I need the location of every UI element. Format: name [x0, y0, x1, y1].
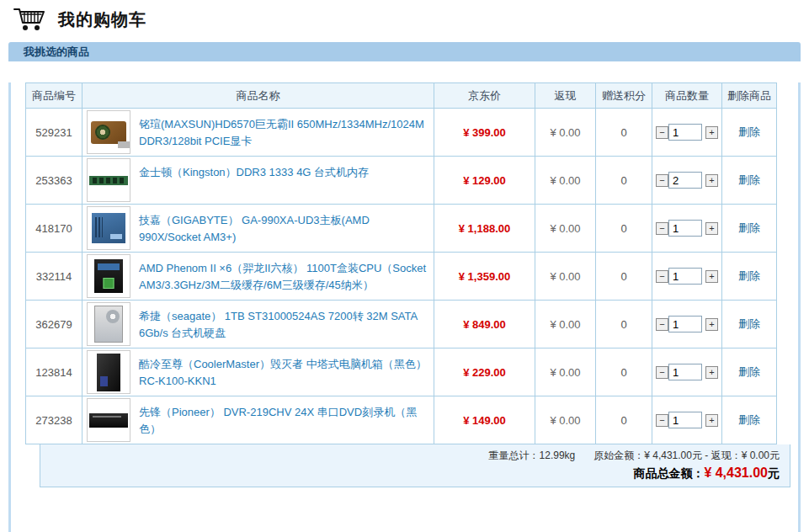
- decrease-quantity-button[interactable]: −: [656, 174, 668, 187]
- product-image: [97, 354, 120, 391]
- table-row: 362679 希捷（seagate） 1TB ST31000524AS 7200…: [26, 301, 777, 348]
- weight-total-label: 重量总计：: [489, 450, 540, 461]
- header-product-name: 商品名称: [82, 83, 434, 109]
- product-id-cell: 253363: [26, 157, 82, 205]
- gift-points-cell: 0: [596, 205, 652, 253]
- product-name-link[interactable]: 技嘉（GIGABYTE） GA-990XA-UD3主板(AMD 990X/Soc…: [139, 206, 430, 246]
- table-row: 529231 铭瑄(MAXSUN)HD6570巨无霸II 650MHz/1334…: [26, 109, 777, 157]
- increase-quantity-button[interactable]: +: [705, 414, 718, 427]
- product-thumbnail[interactable]: [87, 110, 130, 154]
- product-image: [89, 413, 128, 428]
- page-header: 我的购物车: [0, 0, 809, 39]
- quantity-input[interactable]: [668, 268, 702, 285]
- quantity-cell: −+: [652, 396, 722, 444]
- quantity-cell: −+: [652, 253, 722, 301]
- delete-link[interactable]: 删除: [738, 413, 760, 426]
- product-thumbnail[interactable]: [87, 206, 130, 250]
- cashback-cell: ¥ 0.00: [535, 348, 596, 396]
- product-thumbnail[interactable]: [87, 158, 130, 202]
- jd-price-cell: ¥ 229.00: [434, 348, 535, 396]
- delete-link[interactable]: 删除: [738, 317, 760, 330]
- delete-cell: 删除: [722, 301, 777, 348]
- quantity-input[interactable]: [668, 316, 702, 332]
- product-thumbnail[interactable]: [87, 350, 130, 394]
- delete-link[interactable]: 删除: [738, 125, 760, 138]
- gift-points-cell: 0: [596, 396, 652, 444]
- product-image: [92, 213, 125, 243]
- product-name-cell: 希捷（seagate） 1TB ST31000524AS 7200转 32M S…: [82, 301, 434, 348]
- delete-cell: 删除: [722, 205, 777, 253]
- header-gift-points: 赠送积分: [596, 83, 652, 109]
- increase-quantity-button[interactable]: +: [705, 270, 718, 283]
- quantity-input[interactable]: [668, 172, 702, 189]
- product-name-cell: 技嘉（GIGABYTE） GA-990XA-UD3主板(AMD 990X/Soc…: [82, 205, 434, 253]
- jd-price-cell: ¥ 1,188.00: [434, 205, 535, 253]
- product-name-link[interactable]: 金士顿（Kingston）DDR3 1333 4G 台式机内存: [139, 158, 369, 181]
- grand-total-label: 商品总金额：: [633, 466, 704, 480]
- jd-price-cell: ¥ 399.00: [434, 109, 535, 157]
- product-name-link[interactable]: 铭瑄(MAXSUN)HD6570巨无霸II 650MHz/1334MHz/102…: [139, 110, 430, 150]
- product-name-cell: 先锋（Pioneer） DVR-219CHV 24X 串口DVD刻录机（黑色）: [82, 396, 434, 444]
- quantity-cell: −+: [652, 157, 722, 205]
- quantity-input[interactable]: [668, 412, 702, 428]
- cashback-cell: ¥ 0.00: [535, 396, 596, 444]
- product-name-link[interactable]: 先锋（Pioneer） DVR-219CHV 24X 串口DVD刻录机（黑色）: [139, 398, 430, 438]
- grand-total-value: ¥ 4,431.00: [704, 466, 768, 480]
- increase-quantity-button[interactable]: +: [705, 366, 718, 379]
- product-name-cell: 酷冷至尊（CoolerMaster）毁灭者 中塔式电脑机箱（黑色）RC-K100…: [82, 348, 434, 396]
- separator: -: [702, 450, 711, 461]
- original-amount-label: 原始金额：: [593, 450, 644, 461]
- decrease-quantity-button[interactable]: −: [656, 222, 668, 235]
- increase-quantity-button[interactable]: +: [705, 222, 718, 235]
- header-quantity: 商品数量: [652, 83, 722, 109]
- product-image: [94, 259, 123, 293]
- cart-table: 商品编号 商品名称 京东价 返现 赠送积分 商品数量 删除商品 529231 铭…: [25, 82, 777, 444]
- product-thumbnail[interactable]: [87, 398, 130, 442]
- quantity-input[interactable]: [668, 124, 702, 141]
- increase-quantity-button[interactable]: +: [705, 318, 718, 331]
- header-delete: 删除商品: [722, 83, 777, 109]
- product-name-link[interactable]: 希捷（seagate） 1TB ST31000524AS 7200转 32M S…: [139, 302, 430, 342]
- decrease-quantity-button[interactable]: −: [656, 318, 668, 331]
- product-image: [89, 176, 128, 185]
- table-header-row: 商品编号 商品名称 京东价 返现 赠送积分 商品数量 删除商品: [26, 83, 777, 109]
- summary-line-1: 重量总计：12.99kg原始金额：¥ 4,431.00元 - 返现：¥ 0.00…: [40, 449, 780, 463]
- delete-link[interactable]: 删除: [738, 365, 760, 378]
- product-thumbnail[interactable]: [87, 302, 130, 346]
- jd-price-cell: ¥ 1,359.00: [434, 253, 535, 301]
- decrease-quantity-button[interactable]: −: [656, 270, 668, 283]
- summary-line-2: 商品总金额：¥ 4,431.00元: [40, 466, 780, 481]
- decrease-quantity-button[interactable]: −: [656, 366, 668, 379]
- decrease-quantity-button[interactable]: −: [656, 414, 668, 427]
- page-title: 我的购物车: [58, 8, 146, 31]
- delete-link[interactable]: 删除: [738, 221, 760, 234]
- jd-price-cell: ¥ 129.00: [434, 157, 535, 205]
- product-name-link[interactable]: AMD Phenom II ×6（羿龙II六核） 1100T盒装CPU（Sock…: [139, 254, 430, 294]
- product-thumbnail[interactable]: [87, 254, 130, 298]
- gift-points-cell: 0: [596, 348, 652, 396]
- header-cashback: 返现: [535, 83, 596, 109]
- jd-price-cell: ¥ 149.00: [434, 396, 535, 444]
- cart-panel: 商品编号 商品名称 京东价 返现 赠送积分 商品数量 删除商品 529231 铭…: [8, 82, 801, 532]
- delete-link[interactable]: 删除: [738, 269, 760, 282]
- product-image: [91, 121, 126, 144]
- quantity-input[interactable]: [668, 364, 702, 380]
- table-row: 123814 酷冷至尊（CoolerMaster）毁灭者 中塔式电脑机箱（黑色）…: [26, 348, 777, 396]
- decrease-quantity-button[interactable]: −: [656, 126, 668, 139]
- quantity-cell: −+: [652, 109, 722, 157]
- weight-total-value: 12.99kg: [540, 450, 576, 461]
- increase-quantity-button[interactable]: +: [705, 126, 718, 139]
- product-id-cell: 273238: [26, 396, 82, 444]
- product-id-cell: 529231: [26, 109, 82, 157]
- delete-cell: 删除: [722, 253, 777, 301]
- product-name-link[interactable]: 酷冷至尊（CoolerMaster）毁灭者 中塔式电脑机箱（黑色）RC-K100…: [139, 350, 430, 390]
- product-id-cell: 418170: [26, 205, 82, 253]
- cashback-total-label: 返现：: [711, 450, 742, 461]
- table-row: 418170 技嘉（GIGABYTE） GA-990XA-UD3主板(AMD 9…: [26, 205, 777, 253]
- quantity-input[interactable]: [668, 220, 702, 237]
- table-row: 332114 AMD Phenom II ×6（羿龙II六核） 1100T盒装C…: [26, 253, 777, 301]
- delete-link[interactable]: 删除: [738, 173, 760, 186]
- gift-points-cell: 0: [596, 157, 652, 205]
- product-name-cell: 铭瑄(MAXSUN)HD6570巨无霸II 650MHz/1334MHz/102…: [82, 109, 434, 157]
- increase-quantity-button[interactable]: +: [705, 174, 718, 187]
